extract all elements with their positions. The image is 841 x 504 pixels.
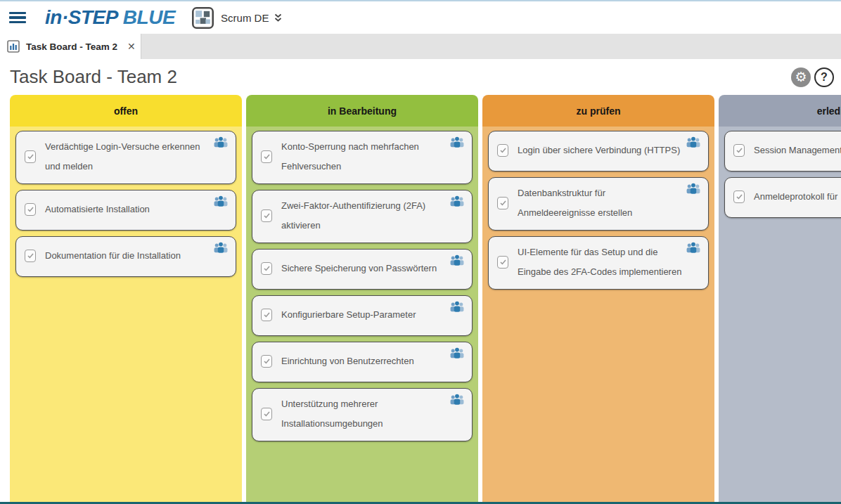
logo-text-secondary: BLUE: [123, 6, 175, 28]
task-card[interactable]: Automatisierte Installation: [15, 190, 236, 231]
task-card[interactable]: Login über sichere Verbindung (HTTPS): [488, 131, 709, 172]
team-people-icon: [449, 347, 465, 359]
checkbox-checked-icon[interactable]: [261, 309, 272, 321]
task-title: Automatisierte Installation: [45, 200, 150, 219]
app-header: in·STEPBLUE Scrum DE: [0, 0, 841, 34]
task-title: Unterstützung mehrerer Installationsumge…: [281, 394, 447, 434]
settings-gear-icon[interactable]: ⚙: [791, 67, 811, 87]
task-card[interactable]: Sichere Speicherung von Passwörtern: [252, 249, 473, 290]
close-icon[interactable]: ✕: [127, 41, 136, 51]
team-people-icon: [213, 195, 229, 207]
process-switcher[interactable]: Scrum DE: [192, 7, 282, 29]
team-people-icon: [449, 394, 465, 406]
column-card-list: Verdächtige Login-Versuche erkennen und …: [10, 127, 242, 502]
task-title: Datenbankstruktur für Anmeldeereignisse …: [518, 183, 683, 223]
team-people-icon: [449, 136, 465, 148]
checkbox-checked-icon[interactable]: [25, 203, 36, 216]
task-title: UI-Elemente für das Setup und die Eingab…: [518, 243, 683, 282]
checkbox-checked-icon[interactable]: [261, 150, 272, 163]
app-logo: in·STEPBLUE: [45, 6, 175, 29]
checkbox-checked-icon[interactable]: [25, 250, 36, 262]
column-title: zu prüfen: [577, 105, 621, 117]
task-title: Verdächtige Login-Versuche erkennen und …: [45, 137, 210, 176]
tab-bar: Task Board - Team 2 ✕: [0, 34, 841, 59]
task-card[interactable]: Konfigurierbare Setup-Parameter: [252, 295, 473, 336]
column-title: in Bearbeitung: [328, 105, 397, 117]
menu-icon[interactable]: [9, 9, 26, 25]
help-icon[interactable]: ?: [814, 67, 834, 87]
column-card-list: Session Management Anmeldeprotokoll für: [719, 127, 841, 502]
column-in-bearbeitung: in Bearbeitung Konto-Sperrung nach mehrf…: [246, 95, 478, 502]
column-offen: offen Verdächtige Login-Versuche erkenne…: [10, 95, 242, 502]
checkbox-checked-icon[interactable]: [261, 355, 272, 368]
team-people-icon: [449, 254, 465, 266]
task-board: offen Verdächtige Login-Versuche erkenne…: [0, 95, 841, 504]
page-header: Task Board - Team 2 ⚙ ?: [0, 59, 841, 95]
column-header: in Bearbeitung: [246, 95, 478, 127]
checkbox-checked-icon[interactable]: [25, 150, 36, 163]
column-card-list: Konto-Sperrung nach mehrfachen Fehlversu…: [246, 127, 478, 502]
column-title: offen: [114, 105, 138, 117]
page-title: Task Board - Team 2: [10, 66, 791, 88]
column-header: erledigt: [719, 95, 841, 127]
task-title: Sichere Speicherung von Passwörtern: [281, 259, 437, 278]
task-card[interactable]: Session Management: [724, 131, 841, 172]
checkbox-checked-icon[interactable]: [733, 190, 745, 203]
column-header: offen: [10, 95, 242, 127]
checkbox-checked-icon[interactable]: [261, 408, 272, 420]
task-card[interactable]: Zwei-Faktor-Authentifizierung (2FA) akti…: [252, 190, 473, 243]
bar-chart-icon: [7, 40, 20, 53]
checkbox-checked-icon[interactable]: [497, 256, 508, 269]
task-card[interactable]: Unterstützung mehrerer Installationsumge…: [252, 388, 473, 441]
checkbox-checked-icon[interactable]: [261, 262, 272, 275]
column-card-list: Login über sichere Verbindung (HTTPS) Da…: [482, 127, 714, 502]
team-people-icon: [686, 183, 701, 195]
task-title: Zwei-Faktor-Authentifizierung (2FA) akti…: [281, 196, 447, 235]
task-card[interactable]: Dokumentation für die Installation: [15, 236, 236, 277]
checkbox-checked-icon[interactable]: [261, 209, 272, 222]
task-title: Anmeldeprotokoll für: [754, 187, 837, 207]
team-people-icon: [449, 195, 465, 207]
checkbox-checked-icon[interactable]: [497, 144, 508, 157]
task-card[interactable]: Einrichtung von Benutzerrechten: [252, 342, 473, 382]
task-title: Konto-Sperrung nach mehrfachen Fehlversu…: [281, 137, 447, 176]
task-card[interactable]: Anmeldeprotokoll für: [724, 177, 841, 218]
task-card[interactable]: Verdächtige Login-Versuche erkennen und …: [15, 131, 236, 184]
column-header: zu prüfen: [482, 95, 714, 127]
column-erledigt: erledigt Session Management Anmeldeproto…: [719, 95, 841, 502]
task-title: Konfigurierbare Setup-Parameter: [281, 305, 416, 325]
team-people-icon: [686, 242, 701, 254]
checkbox-checked-icon[interactable]: [497, 197, 508, 209]
logo-text-primary: in·STEP: [45, 6, 118, 28]
task-card[interactable]: UI-Elemente für das Setup und die Eingab…: [488, 236, 709, 290]
team-people-icon: [686, 136, 701, 148]
task-title: Einrichtung von Benutzerrechten: [281, 351, 414, 371]
column-title: erledigt: [817, 105, 841, 117]
team-people-icon: [213, 136, 229, 148]
task-card[interactable]: Datenbankstruktur für Anmeldeereignisse …: [488, 177, 709, 231]
column-zu-pr-fen: zu prüfen Login über sichere Verbindung …: [482, 95, 714, 502]
team-people-icon: [449, 301, 465, 313]
mosaic-grid-icon: [192, 7, 214, 29]
task-title: Login über sichere Verbindung (HTTPS): [518, 141, 680, 160]
checkbox-checked-icon[interactable]: [733, 144, 745, 157]
double-chevron-down-icon: [274, 13, 282, 22]
task-title: Session Management: [754, 141, 841, 160]
task-card[interactable]: Konto-Sperrung nach mehrfachen Fehlversu…: [252, 131, 473, 184]
team-people-icon: [213, 242, 229, 254]
process-name: Scrum DE: [221, 12, 269, 24]
tab-task-board-team-2[interactable]: Task Board - Team 2 ✕: [0, 34, 141, 59]
tab-label: Task Board - Team 2: [26, 41, 117, 52]
task-title: Dokumentation für die Installation: [45, 246, 181, 266]
